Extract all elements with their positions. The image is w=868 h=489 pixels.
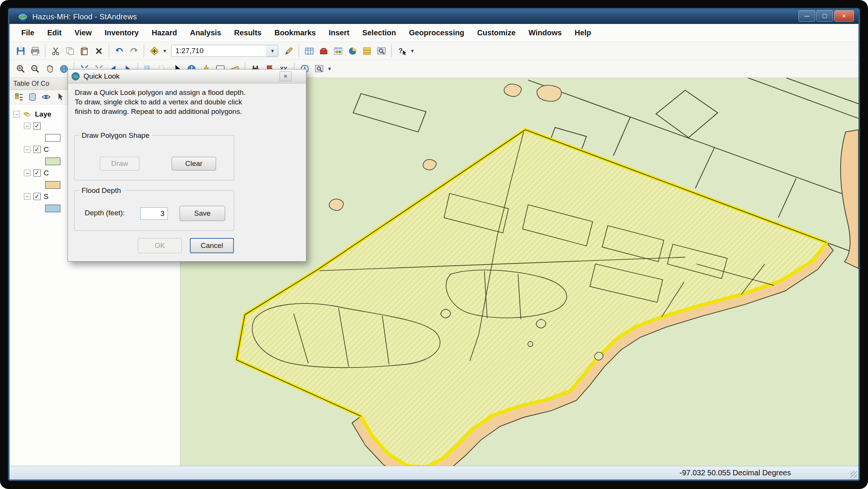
draw-group-label: Draw Polygon Shape [79, 131, 152, 140]
window-controls: ─ □ × [799, 10, 854, 22]
delete-x-icon [94, 46, 104, 56]
viewer-window-button[interactable] [312, 62, 326, 76]
menu-insert[interactable]: Insert [322, 28, 356, 37]
ok-button[interactable]: OK [138, 238, 182, 253]
print-icon [30, 46, 40, 56]
print-button[interactable] [28, 44, 42, 58]
layer-label[interactable]: C [44, 145, 49, 154]
draw-button[interactable]: Draw [100, 157, 139, 170]
copy-icon [65, 46, 75, 56]
menu-geoprocessing[interactable]: Geoprocessing [402, 28, 471, 37]
dialog-title: Quick Look [84, 72, 120, 80]
zoom-out-button[interactable] [28, 62, 42, 76]
collapse-icon[interactable]: − [24, 170, 30, 176]
collapse-icon[interactable]: − [24, 146, 30, 153]
collapse-icon[interactable]: − [24, 193, 30, 200]
flood-group-label: Flood Depth [79, 186, 124, 195]
save-button[interactable]: Save [180, 206, 225, 221]
search-window-button[interactable] [374, 44, 388, 58]
legend-swatch [45, 158, 60, 165]
close-button[interactable]: × [834, 10, 854, 22]
toolbar-overflow[interactable]: ▾ [326, 62, 333, 76]
scale-combobox[interactable]: 1:27,710 ▾ [171, 45, 278, 57]
table-icon [304, 46, 314, 56]
cut-button[interactable] [48, 44, 63, 58]
editor-sketch-button[interactable] [281, 44, 296, 58]
toolbar-separator [45, 45, 46, 57]
catalog-window-button[interactable] [360, 44, 374, 58]
coordinate-readout: -97.032 50.055 Decimal Degrees [679, 468, 791, 477]
chevron-down-icon[interactable]: ▾ [267, 45, 278, 57]
layer-checkbox[interactable]: ✓ [33, 193, 41, 200]
layer-checkbox[interactable]: ✓ [33, 169, 41, 177]
collapse-icon[interactable]: − [24, 123, 30, 129]
layer-checkbox[interactable]: ✓ [33, 146, 41, 153]
visibility-eye-icon [41, 92, 51, 102]
list-by-visibility-button[interactable] [40, 91, 52, 103]
zoom-out-icon [30, 64, 40, 74]
dialog-title-bar[interactable]: Quick Look [68, 69, 306, 84]
clear-button[interactable]: Clear [172, 157, 216, 170]
list-by-source-button[interactable] [26, 91, 38, 103]
collapse-icon[interactable]: − [13, 111, 20, 117]
modelbuilder-button[interactable] [331, 44, 345, 58]
add-data-dropdown[interactable]: ▾ [161, 44, 168, 58]
dialog-close-button[interactable]: × [279, 71, 292, 81]
model-window-icon [333, 46, 343, 56]
depth-label: Depth (feet): [85, 209, 125, 217]
depth-input[interactable] [140, 207, 168, 220]
save-button[interactable] [13, 44, 28, 58]
menu-bookmarks[interactable]: Bookmarks [268, 28, 322, 37]
delete-button[interactable] [92, 44, 106, 58]
paste-button[interactable] [77, 44, 92, 58]
cancel-button[interactable]: Cancel [190, 238, 234, 253]
legend-swatch [45, 181, 60, 189]
layer-label[interactable]: S [44, 192, 49, 201]
save-icon [16, 46, 26, 56]
menu-file[interactable]: File [15, 28, 41, 37]
menu-bar: File Edit View Inventory Hazard Analysis… [9, 24, 859, 42]
menu-inventory[interactable]: Inventory [98, 28, 145, 37]
menu-help[interactable]: Help [568, 28, 597, 37]
attribute-table-button[interactable] [302, 44, 316, 58]
drawing-order-icon [14, 92, 24, 102]
list-by-selection-button[interactable] [54, 91, 66, 103]
add-data-button[interactable] [147, 44, 161, 58]
copy-button[interactable] [63, 44, 77, 58]
title-bar[interactable]: Hazus-MH: Flood - StAndrews ─ □ × [9, 9, 859, 24]
menu-edit[interactable]: Edit [41, 28, 68, 37]
arctoolbox-button[interactable] [316, 44, 331, 58]
menu-analysis[interactable]: Analysis [183, 28, 227, 37]
help-pointer-icon: ? [397, 46, 407, 56]
resize-grip-icon[interactable] [850, 471, 857, 478]
pencil-icon [284, 46, 294, 56]
search-window-icon [376, 46, 387, 56]
menu-windows[interactable]: Windows [522, 28, 568, 37]
svg-text:?: ? [398, 47, 402, 55]
list-by-drawing-order-button[interactable] [13, 91, 25, 103]
toolbar-separator [144, 45, 144, 57]
layers-root-label[interactable]: Laye [35, 110, 51, 118]
toolbar-overflow[interactable]: ▾ [409, 44, 416, 58]
zoom-in-button[interactable] [13, 62, 28, 76]
layer-label[interactable]: C [44, 169, 49, 177]
legend-swatch [45, 205, 60, 212]
python-window-button[interactable] [345, 44, 360, 58]
undo-button[interactable] [112, 44, 126, 58]
menu-view[interactable]: View [68, 28, 98, 37]
redo-icon [129, 46, 139, 56]
layer-checkbox[interactable]: ✓ [33, 122, 41, 129]
redo-button[interactable] [126, 44, 141, 58]
menu-customize[interactable]: Customize [471, 28, 522, 37]
menu-hazard[interactable]: Hazard [145, 28, 183, 37]
pan-button[interactable] [42, 62, 57, 76]
minimize-button[interactable]: ─ [799, 10, 815, 22]
toolbar-separator [391, 45, 392, 57]
whats-this-help-button[interactable]: ? [395, 44, 409, 58]
paste-icon [79, 46, 90, 56]
menu-results[interactable]: Results [227, 28, 268, 37]
menu-selection[interactable]: Selection [356, 28, 402, 37]
maximize-button[interactable]: □ [816, 10, 833, 22]
legend-swatch [45, 134, 60, 142]
viewer-window-icon [314, 64, 324, 74]
